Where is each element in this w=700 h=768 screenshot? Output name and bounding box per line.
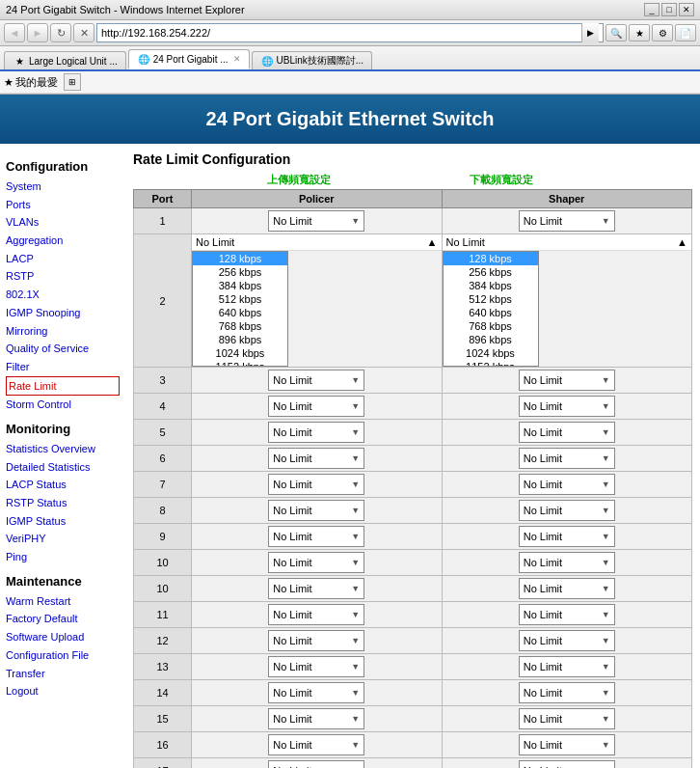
tab-gigabit[interactable]: 🌐 24 Port Gigabit ... ✕	[128, 49, 250, 69]
shaper-select[interactable]: No Limit▼	[519, 734, 615, 755]
shaper-select[interactable]: No Limit▼	[519, 396, 615, 417]
back-button[interactable]: ◄	[4, 23, 25, 42]
dropdown-item[interactable]: 384 kbps	[193, 279, 287, 292]
sidebar-item-igmp-status[interactable]: IGMP Status	[6, 512, 120, 531]
shaper-select[interactable]: No Limit▼	[519, 630, 615, 651]
sidebar-item-veriphy[interactable]: VeriPHY	[6, 530, 120, 548]
forward-button[interactable]: ►	[27, 23, 48, 42]
window-controls[interactable]: _ □ ✕	[644, 3, 694, 16]
policer-select[interactable]: No Limit▼	[268, 630, 364, 651]
sidebar-item-software-upload[interactable]: Software Upload	[6, 628, 120, 646]
page-button[interactable]: 📄	[675, 24, 696, 41]
shaper-select[interactable]: No Limit▼	[519, 682, 615, 703]
tab-close-icon[interactable]: ✕	[233, 54, 241, 64]
sidebar-item-filter[interactable]: Filter	[6, 358, 120, 376]
shaper-dropdown-2[interactable]: 128 kbps 256 kbps 384 kbps 512 kbps 640 …	[443, 251, 539, 367]
policer-select[interactable]: No Limit▼	[268, 474, 364, 495]
refresh-button[interactable]: ↻	[50, 23, 71, 42]
sidebar-item-warm-restart[interactable]: Warm Restart	[6, 592, 120, 611]
sidebar-item-statistics-overview[interactable]: Statistics Overview	[6, 440, 120, 458]
grid-view-button[interactable]: ⊞	[64, 73, 81, 91]
policer-select[interactable]: No Limit▼	[268, 448, 364, 469]
policer-select[interactable]: No Limit▼	[268, 552, 364, 573]
go-button[interactable]: ▶	[581, 23, 599, 42]
policer-dropdown-2[interactable]: 128 kbps 256 kbps 384 kbps 512 kbps 640 …	[192, 251, 288, 367]
sidebar-item-aggregation[interactable]: Aggregation	[6, 232, 120, 250]
sidebar-item-8021x[interactable]: 802.1X	[6, 286, 120, 304]
shaper-select-1[interactable]: No Limit ▼	[519, 210, 615, 232]
policer-select[interactable]: No Limit▼	[268, 422, 364, 443]
sidebar-item-rstp[interactable]: RSTP	[6, 267, 120, 286]
sidebar-item-igmp-snooping[interactable]: IGMP Snooping	[6, 304, 120, 322]
address-bar[interactable]: http://192.168.254.222/ ▶	[96, 23, 604, 42]
sidebar-item-config-file[interactable]: Configuration File	[6, 646, 120, 665]
sidebar-item-rate-limit[interactable]: Rate Limit	[6, 376, 120, 397]
sidebar-item-detailed-statistics[interactable]: Detailed Statistics	[6, 458, 120, 477]
tools-button[interactable]: ⚙	[652, 24, 673, 41]
sidebar-item-ping[interactable]: Ping	[6, 548, 120, 566]
sidebar-item-mirroring[interactable]: Mirroring	[6, 322, 120, 341]
dropdown-item[interactable]: 1152 kbps	[444, 360, 538, 367]
policer-select-1[interactable]: No Limit ▼	[268, 210, 364, 232]
sidebar-item-logout[interactable]: Logout	[6, 682, 120, 700]
sidebar-item-qos[interactable]: Quality of Service	[6, 340, 120, 358]
policer-select[interactable]: No Limit▼	[268, 604, 364, 625]
dropdown-item[interactable]: 1024 kbps	[193, 346, 287, 360]
shaper-select[interactable]: No Limit▼	[519, 500, 615, 521]
dropdown-item[interactable]: 128 kbps	[193, 252, 287, 265]
dropdown-item[interactable]: 640 kbps	[444, 306, 538, 319]
shaper-select[interactable]: No Limit▼	[519, 578, 615, 599]
dropdown-item[interactable]: 896 kbps	[193, 333, 287, 346]
dropdown-item[interactable]: 256 kbps	[193, 265, 287, 279]
policer-select[interactable]: No Limit▼	[268, 734, 364, 755]
close-button[interactable]: ✕	[679, 3, 694, 16]
dropdown-item[interactable]: 768 kbps	[444, 319, 538, 333]
sidebar-item-lacp-status[interactable]: LACP Status	[6, 476, 120, 494]
shaper-select[interactable]: No Limit▼	[519, 526, 615, 547]
sidebar-item-rstp-status[interactable]: RSTP Status	[6, 494, 120, 512]
sidebar-item-vlans[interactable]: VLANs	[6, 213, 120, 232]
shaper-select[interactable]: No Limit▼	[519, 370, 615, 391]
shaper-select[interactable]: No Limit▼	[519, 448, 615, 469]
search-button[interactable]: 🔍	[606, 24, 627, 41]
minimize-button[interactable]: _	[644, 3, 660, 16]
dropdown-item[interactable]: 128 kbps	[444, 252, 538, 265]
policer-select[interactable]: No Limit▼	[268, 682, 364, 703]
sidebar-item-transfer[interactable]: Transfer	[6, 665, 120, 683]
maximize-button[interactable]: □	[661, 3, 677, 16]
policer-select[interactable]: No Limit▼	[268, 370, 364, 391]
shaper-select[interactable]: No Limit▼	[519, 552, 615, 573]
dropdown-item[interactable]: 512 kbps	[444, 292, 538, 306]
tab-large-logical[interactable]: ★ Large Logical Unit ...	[4, 51, 126, 69]
dropdown-item[interactable]: 1024 kbps	[444, 346, 538, 360]
dropdown-item[interactable]: 768 kbps	[193, 319, 287, 333]
shaper-select[interactable]: No Limit▼	[519, 656, 615, 677]
shaper-select[interactable]: No Limit▼	[519, 604, 615, 625]
dropdown-item[interactable]: 384 kbps	[444, 279, 538, 292]
policer-select[interactable]: No Limit▼	[268, 396, 364, 417]
sidebar-item-lacp[interactable]: LACP	[6, 250, 120, 268]
favorites-button[interactable]: ★	[629, 24, 650, 41]
shaper-select[interactable]: No Limit▼	[519, 760, 615, 768]
sidebar-item-ports[interactable]: Ports	[6, 196, 120, 214]
shaper-select[interactable]: No Limit▼	[519, 474, 615, 495]
policer-select[interactable]: No Limit▼	[268, 708, 364, 729]
dropdown-item[interactable]: 896 kbps	[444, 333, 538, 346]
shaper-select[interactable]: No Limit▼	[519, 708, 615, 729]
sidebar-item-system[interactable]: System	[6, 178, 120, 196]
dropdown-item[interactable]: 1152 kbps	[193, 360, 287, 367]
favorites-label[interactable]: ★ 我的最愛	[4, 75, 58, 90]
dropdown-item[interactable]: 640 kbps	[193, 306, 287, 319]
stop-button[interactable]: ✕	[73, 23, 94, 42]
policer-select[interactable]: No Limit▼	[268, 578, 364, 599]
sidebar-item-factory-default[interactable]: Factory Default	[6, 610, 120, 628]
dropdown-item[interactable]: 512 kbps	[193, 292, 287, 306]
policer-select[interactable]: No Limit▼	[268, 500, 364, 521]
shaper-select[interactable]: No Limit▼	[519, 422, 615, 443]
dropdown-item[interactable]: 256 kbps	[444, 265, 538, 279]
sidebar-item-storm-control[interactable]: Storm Control	[6, 396, 120, 414]
policer-select[interactable]: No Limit▼	[268, 760, 364, 768]
policer-select[interactable]: No Limit▼	[268, 656, 364, 677]
policer-select[interactable]: No Limit▼	[268, 526, 364, 547]
tab-ublink[interactable]: 🌐 UBLink技術國際討...	[252, 51, 373, 69]
